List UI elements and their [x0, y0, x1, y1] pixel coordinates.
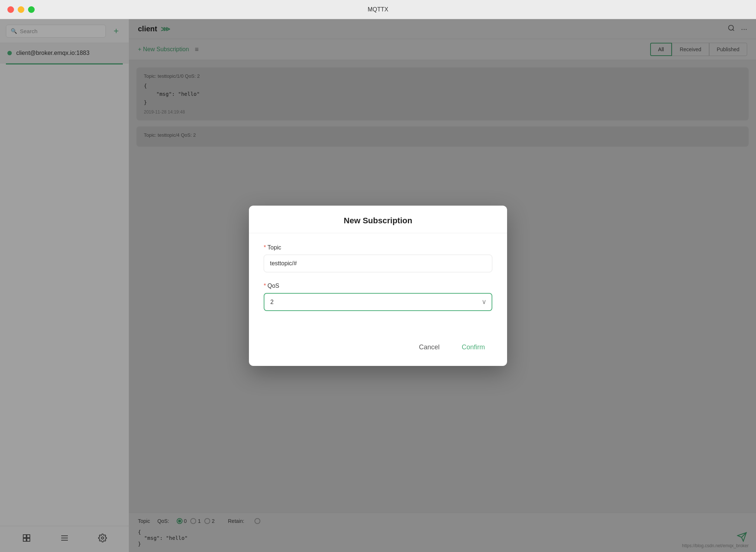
titlebar-buttons [7, 6, 35, 13]
qos-select-wrapper: 0 1 2 ∨ [264, 293, 492, 311]
modal-footer: Cancel Confirm [249, 332, 507, 366]
qos-select[interactable]: 0 1 2 [264, 293, 492, 311]
modal-overlay: New Subscription * Topic * QoS 0 1 [0, 19, 756, 552]
app-title: MQTTX [368, 6, 388, 13]
qos-label-text: QoS [267, 283, 279, 289]
modal-dialog: New Subscription * Topic * QoS 0 1 [249, 206, 507, 366]
modal-title: New Subscription [344, 216, 412, 225]
modal-header: New Subscription [249, 206, 507, 233]
topic-field: * Topic [264, 244, 492, 272]
required-star: * [264, 244, 266, 251]
qos-field: * QoS 0 1 2 ∨ [264, 283, 492, 311]
qos-field-label: * QoS [264, 283, 492, 289]
maximize-button[interactable] [28, 6, 35, 13]
minimize-button[interactable] [18, 6, 24, 13]
required-star: * [264, 283, 266, 289]
cancel-button[interactable]: Cancel [412, 340, 447, 355]
topic-label-text: Topic [267, 244, 281, 251]
confirm-button[interactable]: Confirm [454, 340, 492, 355]
close-button[interactable] [7, 6, 14, 13]
topic-input[interactable] [264, 255, 492, 272]
modal-body: * Topic * QoS 0 1 2 ∨ [249, 233, 507, 332]
titlebar: MQTTX [0, 0, 756, 19]
topic-field-label: * Topic [264, 244, 492, 251]
